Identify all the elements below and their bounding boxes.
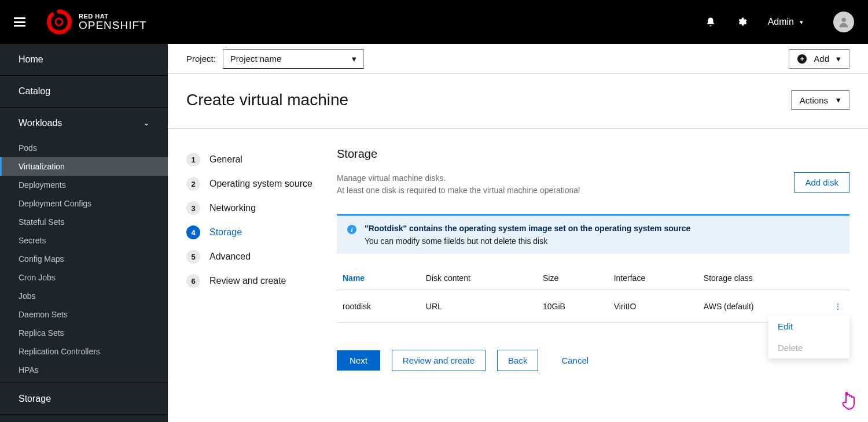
- col-storage-class[interactable]: Storage class: [698, 266, 826, 290]
- alert-text: You can modify some fiields but not dele…: [365, 236, 690, 246]
- project-select[interactable]: Project name ▾: [223, 49, 364, 69]
- disk-table: Name Disk content Size Interface Storage…: [337, 266, 849, 323]
- project-bar: Project: Project name ▾ + Add ▾: [168, 44, 868, 74]
- cell-name: rootdisk: [337, 290, 420, 323]
- add-button[interactable]: + Add ▾: [789, 49, 849, 69]
- subnav-pods[interactable]: Pods: [0, 139, 168, 157]
- step-label: General: [209, 154, 242, 165]
- col-interface[interactable]: Interface: [608, 266, 698, 290]
- step-general[interactable]: 1 General: [186, 147, 337, 172]
- col-size[interactable]: Size: [537, 266, 608, 290]
- actions-button[interactable]: Actions ▾: [791, 90, 849, 110]
- subnav-replication-controllers[interactable]: Replication Controllers: [0, 342, 168, 361]
- col-disk-content[interactable]: Disk content: [420, 266, 537, 290]
- step-badge: 4: [186, 225, 200, 239]
- wizard-content: 1 General 2 Operating system source 3 Ne…: [168, 129, 868, 422]
- cancel-button[interactable]: Cancel: [561, 356, 589, 365]
- col-name[interactable]: Name: [337, 266, 420, 290]
- row-kebab-menu: Edit Delete: [768, 316, 849, 358]
- caret-down-icon: ▾: [352, 54, 356, 64]
- user-name: Admin: [768, 17, 794, 27]
- step-badge: 6: [186, 274, 200, 288]
- add-disk-button[interactable]: Add disk: [794, 172, 849, 193]
- svg-point-1: [841, 18, 845, 22]
- nav-catalog[interactable]: Catalog: [0, 76, 168, 108]
- actions-button-label: Actions: [800, 95, 828, 105]
- add-button-label: Add: [814, 54, 829, 64]
- caret-down-icon: ▾: [800, 18, 803, 26]
- nav-storage[interactable]: Storage: [0, 383, 168, 415]
- step-label: Operating system source: [209, 179, 312, 189]
- sidebar: Home Catalog Workloads ⌄ Pods Virtualiza…: [0, 44, 168, 422]
- subnav-stateful-sets[interactable]: Stateful Sets: [0, 213, 168, 231]
- row-kebab-button[interactable]: ⋮ Edit Delete: [826, 290, 849, 323]
- project-selected: Project name: [230, 54, 281, 64]
- subnav-hpas[interactable]: HPAs: [0, 361, 168, 379]
- next-button[interactable]: Next: [337, 350, 380, 371]
- settings-icon[interactable]: [737, 17, 747, 27]
- step-badge: 1: [186, 153, 200, 166]
- step-os-source[interactable]: 2 Operating system source: [186, 172, 337, 196]
- project-label: Project:: [186, 54, 216, 64]
- svg-point-0: [56, 18, 62, 25]
- col-actions: [826, 266, 849, 290]
- subnav-secrets[interactable]: Secrets: [0, 231, 168, 250]
- user-icon: [837, 16, 850, 28]
- nav-home[interactable]: Home: [0, 44, 168, 76]
- alert-title: "Rootdisk" contains the operating system…: [365, 224, 690, 233]
- step-label: Review and create: [209, 276, 286, 286]
- caret-down-icon: ▾: [836, 54, 841, 64]
- step-label: Storage: [209, 227, 242, 238]
- step-badge: 2: [186, 177, 200, 191]
- table-row: rootdisk URL 10GiB ViritIO AWS (default)…: [337, 290, 849, 323]
- avatar[interactable]: [833, 12, 854, 32]
- desc-line-2: At least one disk is required to make th…: [337, 184, 580, 197]
- step-review[interactable]: 6 Review and create: [186, 269, 337, 293]
- step-label: Advanced: [209, 251, 251, 262]
- menu-toggle-button[interactable]: [14, 17, 25, 27]
- nav-workloads[interactable]: Workloads ⌄: [0, 108, 168, 139]
- subnav-daemon-sets[interactable]: Daemon Sets: [0, 305, 168, 324]
- back-button[interactable]: Back: [497, 350, 538, 371]
- masthead: RED HAT OPENSHIFT Admin ▾: [0, 0, 868, 44]
- cell-size: 10GiB: [537, 290, 608, 323]
- subnav-cron-jobs[interactable]: Cron Jobs: [0, 268, 168, 287]
- nav-storage-label: Storage: [19, 394, 51, 404]
- wizard-nav: 1 General 2 Operating system source 3 Ne…: [186, 147, 337, 404]
- step-advanced[interactable]: 5 Advanced: [186, 245, 337, 269]
- section-description: Manage virtual machine disks. At least o…: [337, 172, 580, 197]
- brand-logo: RED HAT OPENSHIFT: [46, 9, 147, 35]
- review-create-button[interactable]: Review and create: [392, 350, 486, 371]
- subnav-deployment-configs[interactable]: Deployment Configs: [0, 194, 168, 213]
- subnav-deployments[interactable]: Deployments: [0, 176, 168, 194]
- page-title: Create virtual machine: [186, 91, 348, 109]
- notifications-icon[interactable]: [705, 17, 716, 27]
- menu-edit[interactable]: Edit: [768, 316, 849, 337]
- main: Project: Project name ▾ + Add ▾ Create v…: [168, 44, 868, 422]
- plus-circle-icon: +: [797, 54, 807, 64]
- cell-interface: ViritIO: [608, 290, 698, 323]
- brand-bottom-text: OPENSHIFT: [79, 20, 147, 31]
- nav-catalog-label: Catalog: [19, 86, 50, 97]
- nav-home-label: Home: [19, 54, 43, 65]
- page-header: Create virtual machine Actions ▾: [168, 74, 868, 129]
- step-storage[interactable]: 4 Storage: [186, 220, 337, 245]
- subnav-config-maps[interactable]: Config Maps: [0, 250, 168, 268]
- step-badge: 3: [186, 201, 200, 215]
- chevron-down-icon: ⌄: [144, 119, 149, 127]
- menu-delete[interactable]: Delete: [768, 337, 849, 358]
- nav-workloads-label: Workloads: [19, 118, 62, 128]
- cell-disk-content: URL: [420, 290, 537, 323]
- subnav-jobs[interactable]: Jobs: [0, 287, 168, 305]
- step-networking[interactable]: 3 Networking: [186, 196, 337, 220]
- info-alert: i "Rootdisk" contains the operating syst…: [337, 214, 849, 254]
- caret-down-icon: ▾: [836, 95, 841, 105]
- user-menu[interactable]: Admin ▾: [768, 17, 803, 27]
- step-label: Networking: [209, 203, 256, 213]
- workloads-submenu: Pods Virtualization Deployments Deployme…: [0, 139, 168, 383]
- subnav-virtualization[interactable]: Virtualization: [0, 157, 168, 176]
- redhat-icon: [46, 9, 72, 35]
- desc-line-1: Manage virtual machine disks.: [337, 172, 580, 184]
- step-content: Storage Manage virtual machine disks. At…: [337, 147, 849, 404]
- subnav-replica-sets[interactable]: Replica Sets: [0, 324, 168, 342]
